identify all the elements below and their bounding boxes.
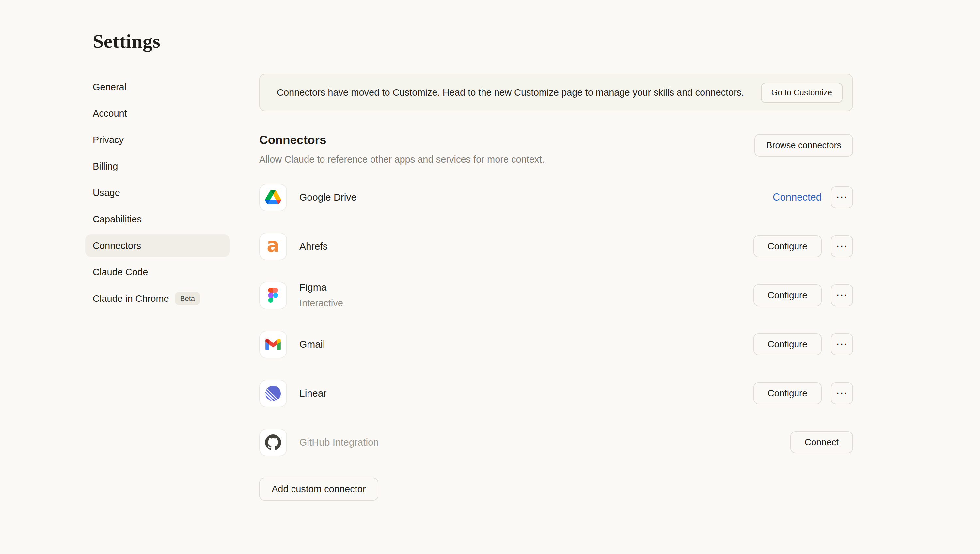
connector-labels: Gmail: [299, 339, 325, 350]
beta-badge: Beta: [175, 292, 200, 305]
google-drive-icon: [265, 190, 281, 204]
configure-button[interactable]: Configure: [753, 235, 822, 257]
main-content: Connectors have moved to Customize. Head…: [259, 0, 853, 501]
sidebar-item-label: Capabilities: [93, 214, 142, 225]
connector-name: Google Drive: [299, 192, 356, 203]
connector-labels: Linear: [299, 388, 326, 399]
more-options-button[interactable]: ···: [831, 186, 853, 208]
connector-icon-tile: [259, 429, 287, 456]
browse-connectors-button[interactable]: Browse connectors: [754, 134, 853, 157]
connectors-moved-banner: Connectors have moved to Customize. Head…: [259, 74, 853, 112]
connector-actions: Configure ···: [753, 382, 853, 404]
connector-row-github-integration: GitHub Integration Connect: [259, 418, 853, 467]
connector-name: Gmail: [299, 339, 325, 350]
connector-icon-tile: [259, 184, 287, 211]
connector-name: Ahrefs: [299, 241, 328, 252]
configure-button[interactable]: Configure: [753, 284, 822, 307]
sidebar-item-label: General: [93, 81, 126, 93]
sidebar-item-billing[interactable]: Billing: [85, 155, 230, 178]
page-title: Settings: [93, 30, 160, 53]
ahrefs-icon: a: [267, 237, 280, 256]
sidebar-item-label: Claude in Chrome: [93, 293, 169, 304]
connector-actions: Connected ···: [773, 186, 853, 208]
sidebar-item-label: Connectors: [93, 240, 141, 251]
connector-name: Linear: [299, 388, 326, 399]
sidebar-item-label: Privacy: [93, 134, 124, 145]
connector-list: Google Drive Connected ··· a Ahrefs Conf…: [259, 173, 853, 467]
connector-row-figma: Figma Interactive Configure ···: [259, 271, 853, 320]
sidebar-item-general[interactable]: General: [85, 75, 230, 98]
banner-message: Connectors have moved to Customize. Head…: [277, 87, 751, 98]
connector-icon-tile: a: [259, 233, 287, 260]
go-to-customize-button[interactable]: Go to Customize: [761, 83, 843, 103]
sidebar-item-claude-code[interactable]: Claude Code: [85, 261, 230, 284]
add-custom-connector-button[interactable]: Add custom connector: [259, 477, 379, 501]
connector-labels: Google Drive: [299, 192, 356, 203]
sidebar-item-account[interactable]: Account: [85, 102, 230, 125]
sidebar-item-label: Claude Code: [93, 267, 148, 278]
connector-icon-tile: [259, 282, 287, 309]
linear-icon: [266, 386, 281, 401]
connector-name: Figma: [299, 282, 343, 293]
configure-button[interactable]: Configure: [753, 333, 822, 355]
more-options-button[interactable]: ···: [831, 382, 853, 404]
more-options-button[interactable]: ···: [831, 235, 853, 257]
more-options-button[interactable]: ···: [831, 333, 853, 355]
connector-row-google-drive: Google Drive Connected ···: [259, 173, 853, 222]
configure-button[interactable]: Configure: [753, 382, 822, 404]
figma-icon: [268, 288, 278, 303]
connector-actions: Configure ···: [753, 333, 853, 355]
sidebar-item-label: Billing: [93, 161, 118, 172]
connector-actions: Configure ···: [753, 235, 853, 257]
connector-row-linear: Linear Configure ···: [259, 369, 853, 418]
connector-actions: Connect: [790, 431, 853, 453]
connector-labels: Ahrefs: [299, 241, 328, 252]
connector-icon-tile: [259, 380, 287, 407]
connector-row-gmail: Gmail Configure ···: [259, 320, 853, 369]
connector-subtitle: Interactive: [299, 298, 343, 309]
connector-row-ahrefs: a Ahrefs Configure ···: [259, 222, 853, 271]
connector-labels: Figma Interactive: [299, 282, 343, 309]
sidebar-item-privacy[interactable]: Privacy: [85, 128, 230, 151]
sidebar-item-usage[interactable]: Usage: [85, 181, 230, 204]
github-icon: [265, 434, 281, 450]
sidebar-item-claude-in-chrome[interactable]: Claude in Chrome Beta: [85, 287, 230, 310]
sidebar-item-connectors[interactable]: Connectors: [85, 234, 230, 257]
connector-actions: Configure ···: [753, 284, 853, 307]
connector-icon-tile: [259, 330, 287, 358]
gmail-icon: [266, 339, 281, 350]
sidebar-item-capabilities[interactable]: Capabilities: [85, 208, 230, 231]
connector-labels: GitHub Integration: [299, 437, 379, 448]
more-options-button[interactable]: ···: [831, 284, 853, 307]
sidebar-item-label: Account: [93, 108, 127, 119]
sidebar-nav: General Account Privacy Billing Usage Ca…: [85, 75, 230, 314]
connection-status[interactable]: Connected: [773, 192, 822, 203]
sidebar-item-label: Usage: [93, 187, 120, 198]
connectors-section: Connectors Allow Claude to reference oth…: [259, 133, 853, 501]
connect-button[interactable]: Connect: [790, 431, 853, 453]
connector-name: GitHub Integration: [299, 437, 379, 448]
